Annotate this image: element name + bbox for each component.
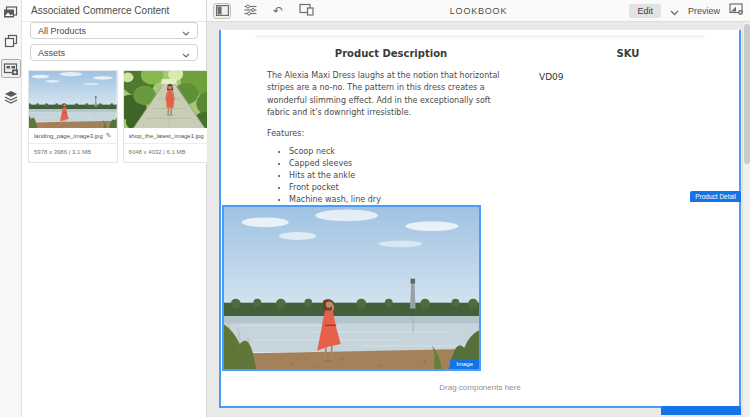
product-description-heading: Product Description [267, 48, 515, 59]
toggle-side-panel-button[interactable] [213, 3, 231, 19]
assets-panel-button[interactable] [1, 3, 21, 22]
features-list: Scoop neck Capped sleeves Hits at the an… [289, 146, 515, 206]
feature-item: Scoop neck [289, 146, 515, 158]
sku-heading: SKU [539, 48, 717, 59]
edit-pencil-icon[interactable]: ✎ [106, 132, 112, 139]
devices-icon [299, 2, 314, 20]
sku-value: VD09 [539, 72, 717, 82]
product-description-text: The Alexia Maxi Dress laughs at the noti… [267, 70, 515, 120]
images-icon [3, 6, 18, 19]
canvas-scrollbar[interactable] [742, 22, 750, 417]
editor-toolbar: ↶ LOOKBOOK Edit Preview [207, 0, 750, 22]
panel-title: Associated Commerce Content [22, 0, 206, 22]
undo-icon: ↶ [273, 5, 283, 17]
products-filter-value: All Products [38, 26, 86, 36]
product-detail-component[interactable]: Product Description The Alexia Maxi Dres… [221, 38, 739, 202]
asset-filename: landing_page_image3.jpg [34, 133, 103, 139]
feature-item: Front pocket [289, 182, 515, 194]
image-component-badge[interactable]: Image [450, 359, 479, 369]
device-emulator-button[interactable] [297, 3, 315, 19]
app-window: Associated Commerce Content All Products… [0, 0, 750, 417]
style-selector-button[interactable] [241, 3, 259, 19]
side-panel-toggle-icon [216, 2, 229, 20]
edit-mode-button[interactable]: Edit [629, 4, 661, 18]
left-icon-rail [0, 0, 22, 417]
products-filter-dropdown[interactable]: All Products [30, 22, 198, 39]
chevron-down-icon [182, 44, 190, 62]
feature-item: Hits at the ankle [289, 170, 515, 182]
layers-icon [4, 90, 18, 104]
layers-panel-button[interactable] [1, 87, 21, 106]
features-label: Features: [267, 129, 515, 138]
drop-zone-hint: Drag components here [221, 383, 739, 392]
scrollbar-thumb[interactable] [744, 24, 750, 164]
asset-thumbnail-path[interactable] [124, 71, 218, 128]
undo-button[interactable]: ↶ [269, 3, 287, 19]
editor-canvas: Product Description The Alexia Maxi Dres… [207, 22, 750, 417]
feature-item: Capped sleeves [289, 158, 515, 170]
assets-filter-value: Assets [38, 48, 65, 58]
commerce-content-panel: Associated Commerce Content All Products… [22, 0, 207, 417]
clipped-component-badge[interactable] [661, 406, 741, 415]
screen-settings-icon[interactable] [729, 2, 744, 20]
asset-card[interactable]: shop_the_latest_image1.jpg ✎ 6048 x 4032… [123, 70, 219, 163]
product-detail-component-badge[interactable]: Product Detail [690, 191, 741, 202]
image-component[interactable]: Image [222, 205, 481, 371]
mode-chevron-down-icon[interactable] [670, 2, 679, 20]
asset-thumbnail-lake[interactable] [29, 71, 117, 128]
lookbook-page[interactable]: Product Description The Alexia Maxi Dres… [219, 30, 741, 408]
asset-meta: 6048 x 4032 | 6.1 MB [124, 144, 218, 162]
asset-filename: shop_the_latest_image1.jpg [129, 133, 204, 139]
asset-meta: 5978 x 3986 | 3.1 MB [29, 144, 117, 162]
chevron-down-icon [182, 22, 190, 40]
commerce-content-panel-button[interactable] [1, 59, 21, 78]
asset-card-list: landing_page_image3.jpg ✎ 5978 x 3986 | … [28, 70, 200, 163]
feature-item: Machine wash, line dry [289, 194, 515, 206]
page-editor: ↶ LOOKBOOK Edit Preview [207, 0, 750, 417]
lookbook-photo [224, 207, 479, 369]
components-panel-button[interactable] [1, 31, 21, 50]
assets-filter-dropdown[interactable]: Assets [30, 44, 198, 61]
components-icon [4, 34, 18, 48]
preview-button[interactable]: Preview [688, 6, 720, 16]
style-sliders-icon [244, 2, 257, 20]
asset-card[interactable]: landing_page_image3.jpg ✎ 5978 x 3986 | … [28, 70, 118, 163]
commerce-icon [3, 62, 19, 76]
